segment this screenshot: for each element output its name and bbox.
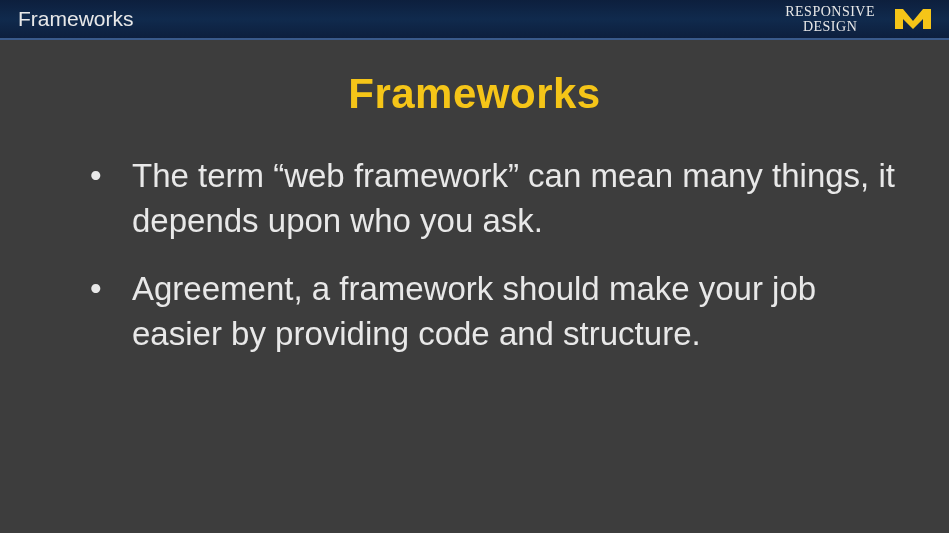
course-name-line2: DESIGN <box>785 19 875 34</box>
slide-content: Frameworks The term “web framework” can … <box>0 40 949 356</box>
michigan-logo-icon <box>893 5 933 33</box>
course-name-line1: RESPONSIVE <box>785 4 875 19</box>
list-item: Agreement, a framework should make your … <box>90 267 899 356</box>
course-name: RESPONSIVE DESIGN <box>785 4 875 35</box>
header-right: RESPONSIVE DESIGN <box>785 4 933 35</box>
slide-title: Frameworks <box>50 70 899 118</box>
bullet-list: The term “web framework” can mean many t… <box>50 154 899 356</box>
slide-header: Frameworks RESPONSIVE DESIGN <box>0 0 949 40</box>
list-item: The term “web framework” can mean many t… <box>90 154 899 243</box>
breadcrumb: Frameworks <box>18 7 134 31</box>
